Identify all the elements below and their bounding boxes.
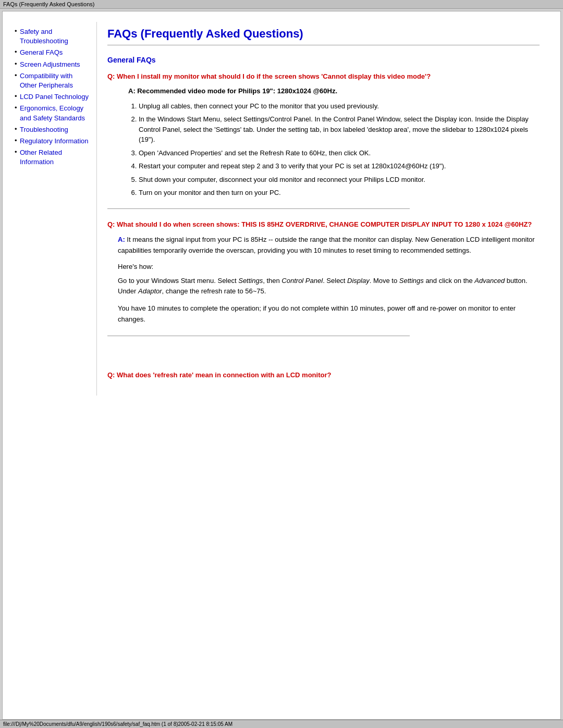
sidebar-link-lcd[interactable]: LCD Panel Technology (20, 93, 89, 101)
question-2: Q: What should I do when screen shows: T… (107, 219, 540, 230)
question-3: Q: What does 'refresh rate' mean in conn… (107, 370, 540, 380)
sidebar-link-regulatory[interactable]: Regulatory Information (20, 137, 89, 145)
sidebar-item-compatibility: Compatibility with Other Peripherals (16, 71, 91, 90)
title-bar-text: FAQs (Frequently Asked Questions) (3, 1, 94, 7)
sidebar-item-troubleshooting: Troubleshooting (16, 125, 91, 134)
heres-how: Here's how: (118, 263, 540, 270)
section-divider-2 (107, 336, 410, 336)
status-bar: file:///D|/My%20Documents/dfu/A9/english… (0, 720, 563, 722)
sidebar-item-general-faqs: General FAQs (16, 48, 91, 57)
section-heading: General FAQs (107, 56, 540, 64)
sidebar-item-ergonomics: Ergonomics, Ecology and Safety Standards (16, 104, 91, 122)
section-divider-1 (107, 208, 410, 209)
sidebar-link-screen[interactable]: Screen Adjustments (20, 60, 80, 68)
step-5: Shut down your computer, disconnect your… (139, 175, 540, 185)
you-have-text: You have 10 minutes to complete the oper… (118, 303, 540, 325)
step-6: Turn on your monitor and then turn on yo… (139, 188, 540, 198)
step-4: Restart your computer and repeat step 2 … (139, 161, 540, 171)
sidebar-item-safety: Safety and Troubleshooting (16, 27, 91, 46)
answer-1-intro: A: Recommended video mode for Philips 19… (128, 87, 540, 95)
content-area: Safety and Troubleshooting General FAQs … (3, 11, 560, 406)
sidebar-item-other: Other Related Information (16, 148, 91, 167)
sidebar-nav: Safety and Troubleshooting General FAQs … (16, 27, 91, 167)
answer-2-label: A: (118, 236, 125, 243)
go-to-instructions: Go to your Windows Start menu. Select Se… (118, 276, 540, 298)
step-3: Open 'Advanced Properties' and set the R… (139, 148, 540, 158)
step-1: Unplug all cables, then connect your PC … (139, 101, 540, 112)
sidebar-link-general-faqs[interactable]: General FAQs (20, 48, 63, 56)
sidebar-item-regulatory: Regulatory Information (16, 137, 91, 146)
sidebar-item-lcd: LCD Panel Technology (16, 92, 91, 102)
sidebar-item-screen: Screen Adjustments (16, 60, 91, 69)
answer-1-block: A: Recommended video mode for Philips 19… (118, 87, 540, 198)
status-bar-text: file:///D|/My%20Documents/dfu/A9/english… (3, 721, 232, 722)
sidebar-link-compatibility[interactable]: Compatibility with Other Peripherals (20, 72, 73, 89)
answer-1-steps: Unplug all cables, then connect your PC … (139, 101, 540, 198)
step-2: In the Windows Start Menu, select Settin… (139, 114, 540, 145)
page-title: FAQs (Frequently Asked Questions) (107, 27, 540, 41)
answer-2-text: A: It means the signal input from your P… (118, 235, 540, 256)
sidebar: Safety and Troubleshooting General FAQs … (13, 22, 96, 396)
sidebar-link-ergonomics[interactable]: Ergonomics, Ecology and Safety Standards (20, 104, 85, 121)
browser-window: Safety and Troubleshooting General FAQs … (2, 11, 561, 720)
question-1: Q: When I install my monitor what should… (107, 71, 540, 82)
sidebar-link-other[interactable]: Other Related Information (20, 149, 62, 166)
answer-2-block: A: It means the signal input from your P… (118, 235, 540, 325)
sidebar-link-troubleshooting[interactable]: Troubleshooting (20, 126, 68, 133)
title-divider (107, 45, 540, 45)
title-bar: FAQs (Frequently Asked Questions) (0, 0, 563, 9)
sidebar-link-safety[interactable]: Safety and Troubleshooting (20, 28, 68, 45)
main-content: FAQs (Frequently Asked Questions) Genera… (96, 22, 550, 396)
